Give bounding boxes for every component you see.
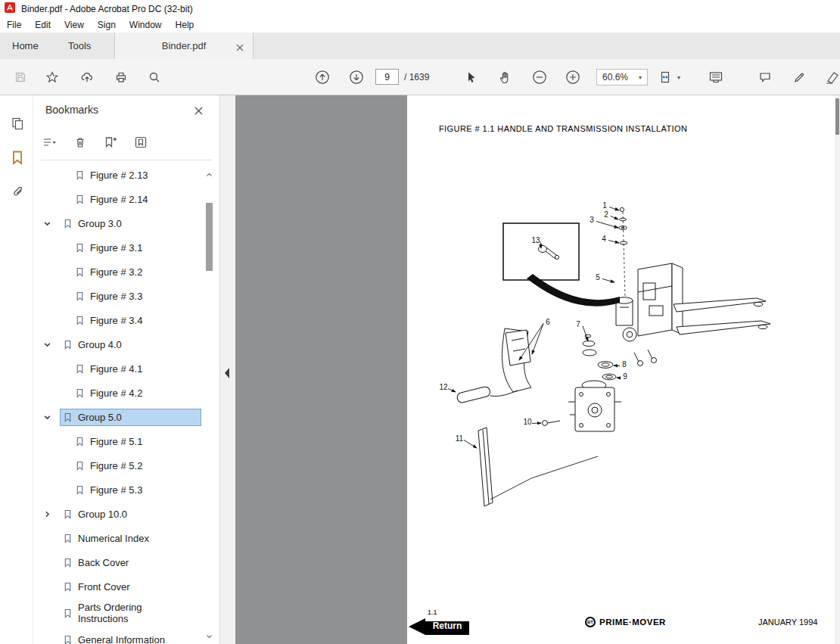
bookmark-item[interactable]: Figure # 2.14 [33, 187, 204, 211]
chevron-down-icon[interactable] [43, 413, 60, 422]
save-button[interactable] [11, 67, 30, 87]
print-button[interactable] [111, 67, 131, 87]
bookmark-item[interactable]: General Information [33, 627, 204, 644]
page-down-button[interactable] [347, 67, 366, 87]
page-thumbnails-icon[interactable] [9, 115, 26, 132]
panel-splitter[interactable] [220, 95, 235, 644]
part-leader-arrow [617, 378, 621, 378]
zoom-out-button[interactable] [530, 67, 549, 87]
chevron-down-icon[interactable] [43, 341, 60, 349]
collapse-panel-icon[interactable] [222, 365, 232, 381]
bookmark-item[interactable]: Back Cover [33, 550, 204, 574]
share-upload-button[interactable] [77, 67, 97, 87]
bookmark-label: Figure # 3.1 [90, 242, 142, 254]
close-tab-icon[interactable] [236, 42, 244, 50]
bookmark-item[interactable]: Figure # 3.1 [33, 235, 204, 260]
scroll-up-icon[interactable] [206, 167, 213, 181]
attachments-paperclip-icon[interactable] [9, 183, 26, 200]
bookmark-item[interactable]: Numerical Index [33, 526, 204, 550]
hand-tool-button[interactable] [495, 67, 515, 87]
zoom-level-dropdown[interactable]: 60.6% ▾ [596, 69, 648, 86]
bookmark-item[interactable]: Figure # 4.1 [33, 356, 204, 381]
expand-bookmark-icon[interactable] [132, 133, 150, 151]
bookmark-item[interactable]: Group 5.0 [33, 405, 204, 429]
bookmark-item[interactable]: Group 4.0 [33, 332, 204, 356]
close-panel-icon[interactable] [194, 105, 204, 115]
acrobat-app-icon [5, 2, 15, 16]
fit-page-button[interactable] [655, 67, 675, 87]
menu-help[interactable]: Help [169, 20, 201, 30]
bookmark-label: Group 3.0 [78, 218, 122, 229]
new-bookmark-icon[interactable] [101, 133, 120, 151]
panel-scrollbar[interactable] [205, 163, 214, 644]
menu-bar: File Edit View Sign Window Help [0, 17, 840, 33]
bookmark-item[interactable]: Figure # 5.1 [33, 429, 204, 453]
scroll-down-icon[interactable] [206, 629, 213, 642]
bookmark-item[interactable]: Figure # 3.3 [33, 284, 204, 308]
bookmark-item[interactable]: Figure # 5.3 [33, 478, 204, 502]
bookmark-item[interactable]: Figure # 3.2 [33, 260, 204, 284]
menu-view[interactable]: View [58, 20, 91, 30]
document-scrollbar[interactable] [835, 95, 840, 644]
part-leader-arrow [540, 242, 541, 249]
part-leader-arrow [464, 440, 477, 449]
bookmark-label: Group 5.0 [78, 412, 122, 423]
menu-file[interactable]: File [0, 20, 28, 30]
bookmark-icon [64, 509, 72, 519]
part-number-label: 9 [623, 372, 627, 381]
chevron-down-icon[interactable] [43, 219, 60, 228]
bookmark-icon [76, 243, 84, 253]
part-leader-arrow [583, 326, 588, 342]
bookmark-label: Figure # 4.2 [90, 387, 142, 399]
bookmarks-panel-title: Bookmarks [45, 104, 98, 116]
highlight-tool-button[interactable] [825, 67, 840, 87]
scroll-mode-button[interactable] [706, 67, 726, 87]
menu-window[interactable]: Window [123, 20, 169, 30]
bookmark-label: Figure # 5.1 [90, 436, 142, 447]
tab-document[interactable]: Binder.pdf [114, 33, 254, 59]
select-tool-button[interactable] [462, 67, 481, 87]
bookmark-item[interactable]: Parts Ordering Instructions [33, 599, 204, 627]
bookmark-item[interactable]: Front Cover [33, 574, 204, 599]
bookmark-icon [76, 170, 84, 180]
document-area[interactable]: FIGURE # 1.1 HANDLE AND TRANSMISSION INS… [235, 95, 835, 644]
bookmark-item[interactable]: Figure # 5.2 [33, 453, 204, 478]
part-number-label: 5 [596, 273, 600, 282]
tab-document-label: Binder.pdf [162, 40, 207, 51]
comment-tool-button[interactable] [755, 67, 775, 87]
part-number-label: 13 [531, 236, 540, 244]
bookmark-options-icon[interactable] [41, 133, 59, 151]
bookmark-item[interactable]: Group 10.0 [33, 502, 204, 526]
part-number-label: 3 [590, 216, 594, 224]
delete-bookmark-icon[interactable] [71, 133, 89, 151]
bookmark-icon [64, 558, 72, 568]
bookmark-label: Figure # 5.3 [90, 484, 142, 496]
menu-edit[interactable]: Edit [28, 20, 58, 30]
scrollbar-thumb[interactable] [206, 203, 213, 271]
bookmark-item[interactable]: Figure # 2.13 [33, 163, 204, 187]
return-link-button[interactable]: Return [409, 616, 469, 637]
zoom-in-button[interactable] [563, 67, 583, 87]
bookmark-label: Parts Ordering Instructions [78, 602, 193, 624]
search-icon[interactable] [145, 67, 164, 87]
chevron-right-icon[interactable] [43, 510, 60, 518]
bookmark-item[interactable]: Group 3.0 [33, 211, 204, 235]
bookmark-item[interactable]: Figure # 3.4 [33, 308, 204, 332]
bookmark-icon [76, 194, 84, 204]
chevron-down-icon[interactable]: ▾ [677, 74, 680, 81]
menu-sign[interactable]: Sign [91, 20, 123, 30]
bookmarks-panel-icon[interactable] [9, 149, 26, 166]
left-nav-rail [0, 95, 33, 644]
page-number-input[interactable] [375, 69, 399, 85]
scrollbar-thumb[interactable] [835, 98, 839, 135]
favorite-star-button[interactable] [42, 67, 62, 87]
tab-home[interactable]: Home [12, 33, 39, 59]
bookmarks-header: Bookmarks [33, 95, 220, 124]
page-up-button[interactable] [313, 67, 332, 87]
bookmark-item[interactable]: Figure # 4.2 [33, 381, 204, 405]
bookmark-label: Figure # 2.14 [90, 194, 148, 205]
exploded-parts-diagram: 12345678910111213 [407, 171, 835, 602]
bookmarks-toolbar [41, 129, 213, 156]
pencil-tool-button[interactable] [789, 67, 809, 87]
tab-tools[interactable]: Tools [68, 33, 91, 59]
